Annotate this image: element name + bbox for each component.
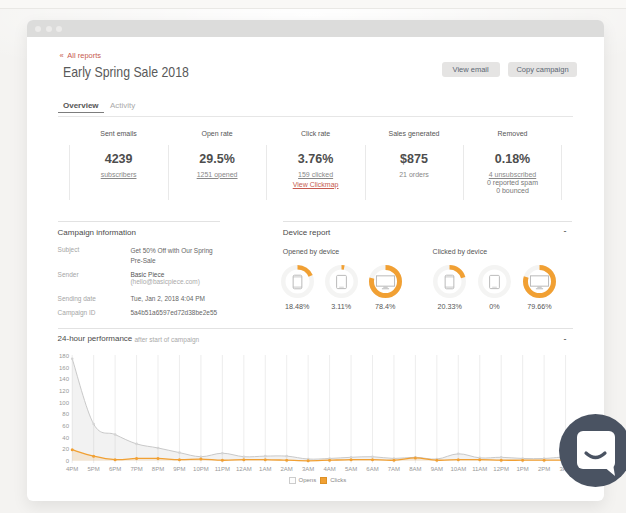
svg-text:9PM: 9PM — [173, 466, 185, 472]
svg-text:0: 0 — [66, 458, 70, 464]
svg-text:8PM: 8PM — [152, 466, 164, 472]
svg-text:160: 160 — [59, 365, 70, 371]
svg-text:12PM: 12PM — [493, 466, 509, 472]
svg-text:2AM: 2AM — [281, 466, 293, 472]
svg-text:12AM: 12AM — [236, 466, 252, 472]
svg-text:6AM: 6AM — [366, 466, 378, 472]
svg-text:40: 40 — [62, 435, 69, 441]
svg-text:7AM: 7AM — [388, 466, 400, 472]
svg-text:9AM: 9AM — [431, 466, 443, 472]
svg-text:2PM: 2PM — [538, 466, 550, 472]
svg-text:100: 100 — [59, 400, 70, 406]
svg-text:11PM: 11PM — [215, 466, 230, 472]
svg-text:10PM: 10PM — [193, 466, 209, 472]
svg-text:1AM: 1AM — [259, 466, 271, 472]
svg-text:140: 140 — [59, 376, 70, 382]
svg-text:120: 120 — [59, 388, 70, 394]
svg-text:180: 180 — [59, 353, 70, 359]
svg-text:10AM: 10AM — [450, 466, 466, 472]
svg-text:4AM: 4AM — [323, 466, 335, 472]
svg-text:6PM: 6PM — [109, 466, 121, 472]
svg-text:4PM: 4PM — [66, 466, 78, 472]
svg-text:20: 20 — [62, 446, 69, 452]
svg-text:80: 80 — [62, 411, 69, 417]
svg-text:3AM: 3AM — [302, 466, 314, 472]
svg-text:1PM: 1PM — [516, 466, 528, 472]
svg-text:5PM: 5PM — [87, 466, 99, 472]
svg-text:8AM: 8AM — [409, 466, 421, 472]
svg-text:11AM: 11AM — [472, 466, 487, 472]
svg-text:7PM: 7PM — [130, 466, 142, 472]
svg-text:5AM: 5AM — [345, 466, 357, 472]
svg-text:60: 60 — [62, 423, 69, 429]
